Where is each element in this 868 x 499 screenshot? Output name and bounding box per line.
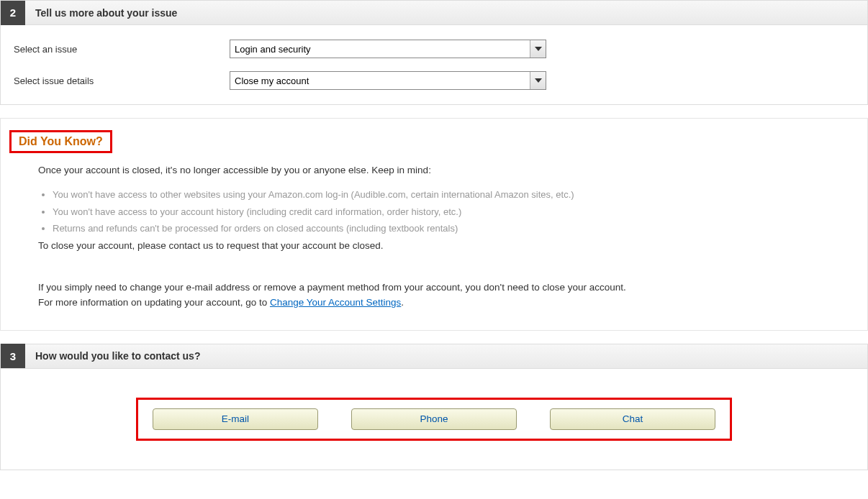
- did-you-know-section: Did You Know? Once your account is close…: [0, 118, 868, 331]
- info-bullet: You won't have access to your account hi…: [53, 205, 854, 219]
- details-select[interactable]: Close my account: [230, 71, 546, 90]
- step-3-header: 3 How would you like to contact us?: [1, 344, 867, 369]
- issue-select-wrap: Login and security: [230, 40, 546, 58]
- change-account-settings-link[interactable]: Change Your Account Settings: [270, 297, 401, 308]
- info-change-line2b: .: [401, 297, 404, 308]
- email-button[interactable]: E-mail: [153, 408, 318, 430]
- contact-buttons-highlight: E-mail Phone Chat: [136, 398, 732, 441]
- step-2-header: 2 Tell us more about your issue: [1, 1, 867, 25]
- did-you-know-heading: Did You Know?: [19, 135, 103, 148]
- info-change-line1: If you simply need to change your e-mail…: [38, 282, 626, 293]
- step-2-title: Tell us more about your issue: [35, 7, 177, 19]
- chat-button[interactable]: Chat: [550, 408, 715, 430]
- issue-label: Select an issue: [14, 44, 230, 55]
- info-bullet-list: You won't have access to other websites …: [38, 188, 854, 236]
- step-2-section: 2 Tell us more about your issue Select a…: [0, 0, 868, 105]
- info-change-note: If you simply need to change your e-mail…: [38, 280, 854, 310]
- info-intro: Once your account is closed, it's no lon…: [38, 163, 854, 178]
- step-3-title: How would you like to contact us?: [35, 350, 200, 362]
- issue-select[interactable]: Login and security: [230, 40, 546, 58]
- info-bullet: Returns and refunds can't be processed f…: [53, 221, 854, 236]
- details-row: Select issue details Close my account: [14, 71, 854, 90]
- step-3-section: 3 How would you like to contact us? E-ma…: [0, 344, 868, 470]
- phone-button[interactable]: Phone: [351, 408, 517, 430]
- did-you-know-highlight: Did You Know?: [9, 130, 112, 153]
- info-change-line2a: For more information on updating your ac…: [38, 297, 270, 308]
- step-2-number: 2: [1, 1, 25, 25]
- details-label: Select issue details: [14, 75, 230, 86]
- details-select-wrap: Close my account: [230, 71, 546, 90]
- step-2-body: Select an issue Login and security Selec…: [1, 25, 867, 104]
- step-3-number: 3: [1, 344, 25, 368]
- issue-row: Select an issue Login and security: [14, 40, 854, 58]
- info-content: Once your account is closed, it's no lon…: [11, 163, 854, 310]
- step-3-body: E-mail Phone Chat: [1, 369, 867, 470]
- info-bullet: You won't have access to other websites …: [53, 188, 854, 202]
- info-close-note: To close your account, please contact us…: [38, 239, 854, 253]
